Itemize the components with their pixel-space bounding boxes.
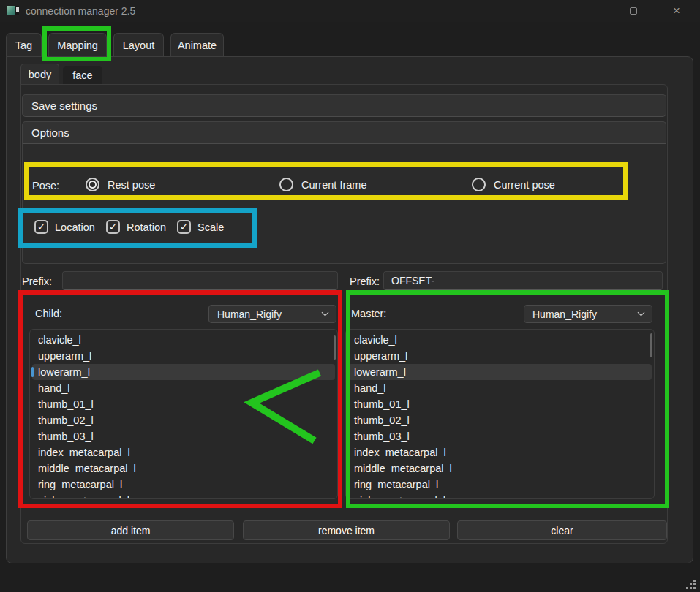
checkbox-icon[interactable]: ✓ — [106, 220, 120, 234]
child-armature-value: Human_Rigify — [217, 308, 282, 320]
checkbox-label: Location — [55, 221, 95, 233]
chevron-down-icon — [322, 309, 329, 316]
child-bone-list[interactable]: clavicle_lupperarm_llowerarm_lhand_lthum… — [29, 329, 338, 499]
list-item[interactable]: ring_metacarpal_l — [32, 477, 335, 493]
checkbox-rotation[interactable]: ✓ Rotation — [106, 220, 166, 234]
radio-button-icon[interactable] — [472, 178, 486, 191]
list-item-label: pinky_metacarpal_l — [38, 495, 129, 499]
list-item-label: clavicle_l — [354, 334, 397, 346]
checkbox-scale[interactable]: ✓ Scale — [177, 220, 224, 234]
list-item[interactable]: hand_l — [348, 380, 652, 396]
master-bone-list[interactable]: clavicle_lupperarm_llowerarm_lhand_lthum… — [345, 329, 655, 499]
minimize-icon: — — [587, 5, 598, 17]
resize-grip[interactable] — [693, 580, 696, 582]
list-item-label: upperarm_l — [354, 350, 407, 362]
list-item[interactable]: pinky_metacarpal_l — [32, 493, 335, 499]
options-body — [22, 144, 666, 264]
list-item-label: thumb_02_l — [38, 414, 94, 426]
save-settings-header[interactable]: Save settings — [22, 94, 666, 117]
maximize-button[interactable] — [617, 0, 650, 22]
radio-label: Current pose — [494, 179, 555, 191]
check-icon: ✓ — [180, 222, 188, 232]
master-armature-value: Human_Rigify — [532, 308, 597, 320]
list-item[interactable]: thumb_02_l — [348, 412, 652, 428]
radio-button-icon[interactable] — [86, 178, 99, 191]
list-item-label: middle_metacarpal_l — [38, 463, 136, 474]
radio-current-frame[interactable]: Current frame — [279, 178, 366, 191]
check-icon: ✓ — [37, 222, 45, 232]
list-item[interactable]: thumb_01_l — [32, 396, 335, 412]
add-item-button[interactable]: add item — [27, 520, 234, 540]
subtab-body[interactable]: body — [20, 64, 59, 85]
title-bar: connection manager 2.5 — × — [0, 0, 700, 22]
list-item-label: hand_l — [354, 382, 386, 394]
list-item[interactable]: upperarm_l — [32, 348, 335, 364]
master-prefix-label: Prefix: — [350, 276, 380, 287]
list-item[interactable]: lowerarm_l — [348, 364, 652, 380]
radio-current-pose[interactable]: Current pose — [472, 178, 555, 191]
list-item[interactable]: thumb_01_l — [348, 396, 652, 412]
radio-label: Rest pose — [108, 179, 155, 191]
tab-animate[interactable]: Animate — [170, 33, 224, 57]
radio-label: Current frame — [301, 179, 366, 191]
close-button[interactable]: × — [660, 0, 693, 22]
list-item-label: lowerarm_l — [38, 366, 90, 378]
checkbox-label: Rotation — [127, 221, 166, 233]
list-item[interactable]: thumb_02_l — [32, 412, 335, 428]
selection-indicator — [347, 367, 350, 377]
child-prefix-input[interactable] — [62, 271, 338, 290]
close-icon: × — [673, 4, 680, 18]
list-item[interactable]: lowerarm_l — [32, 364, 335, 380]
list-item-label: clavicle_l — [38, 334, 81, 346]
subtab-face[interactable]: face — [63, 66, 102, 85]
list-item[interactable]: hand_l — [32, 380, 335, 396]
list-item[interactable]: ring_metacarpal_l — [348, 477, 652, 493]
list-item[interactable]: index_metacarpal_l — [32, 444, 335, 460]
minimize-button[interactable]: — — [576, 0, 609, 22]
list-item[interactable]: middle_metacarpal_l — [32, 460, 335, 477]
list-item-label: ring_metacarpal_l — [354, 479, 438, 490]
pose-label: Pose: — [32, 180, 59, 191]
check-icon: ✓ — [109, 222, 117, 232]
chevron-down-icon — [638, 309, 645, 316]
list-item-label: thumb_01_l — [354, 398, 410, 410]
clear-button[interactable]: clear — [457, 520, 667, 540]
tab-tag[interactable]: Tag — [6, 33, 42, 57]
list-item-label: thumb_03_l — [38, 430, 94, 442]
checkbox-icon[interactable]: ✓ — [177, 220, 191, 234]
master-list-scrollbar[interactable] — [650, 333, 652, 357]
checkbox-location[interactable]: ✓ Location — [34, 220, 95, 234]
window-title: connection manager 2.5 — [26, 5, 135, 17]
master-prefix-input[interactable] — [383, 271, 663, 290]
list-item-label: upperarm_l — [38, 350, 91, 362]
checkbox-label: Scale — [197, 221, 224, 233]
child-list-scrollbar[interactable] — [334, 335, 336, 360]
list-item-label: thumb_01_l — [38, 398, 94, 410]
list-item-label: lowerarm_l — [354, 366, 406, 378]
radio-button-icon[interactable] — [279, 178, 293, 191]
options-header[interactable]: Options — [22, 121, 666, 144]
master-label: Master: — [351, 308, 386, 319]
checkbox-icon[interactable]: ✓ — [34, 220, 48, 234]
list-item[interactable]: clavicle_l — [32, 332, 335, 348]
remove-item-button[interactable]: remove item — [243, 520, 450, 540]
tab-mapping[interactable]: Mapping — [48, 33, 107, 57]
child-armature-select[interactable]: Human_Rigify — [208, 305, 336, 323]
list-item[interactable]: index_metacarpal_l — [348, 444, 652, 460]
master-armature-select[interactable]: Human_Rigify — [524, 305, 652, 323]
radio-rest-pose[interactable]: Rest pose — [86, 178, 155, 191]
list-item[interactable]: thumb_03_l — [32, 428, 335, 444]
list-item-label: thumb_03_l — [354, 430, 410, 442]
list-item[interactable]: clavicle_l — [348, 332, 652, 348]
app-icon-pane — [16, 7, 19, 12]
child-prefix-label: Prefix: — [22, 276, 52, 287]
list-item[interactable]: middle_metacarpal_l — [348, 460, 652, 477]
selection-indicator — [31, 367, 34, 377]
list-item[interactable]: thumb_03_l — [348, 428, 652, 444]
app-icon-pane — [7, 6, 15, 15]
list-item[interactable]: pinky_metacarpal_l — [348, 493, 652, 499]
child-label: Child: — [35, 308, 62, 319]
list-item-label: thumb_02_l — [354, 414, 410, 426]
list-item[interactable]: upperarm_l — [348, 348, 652, 364]
tab-layout[interactable]: Layout — [113, 33, 164, 57]
